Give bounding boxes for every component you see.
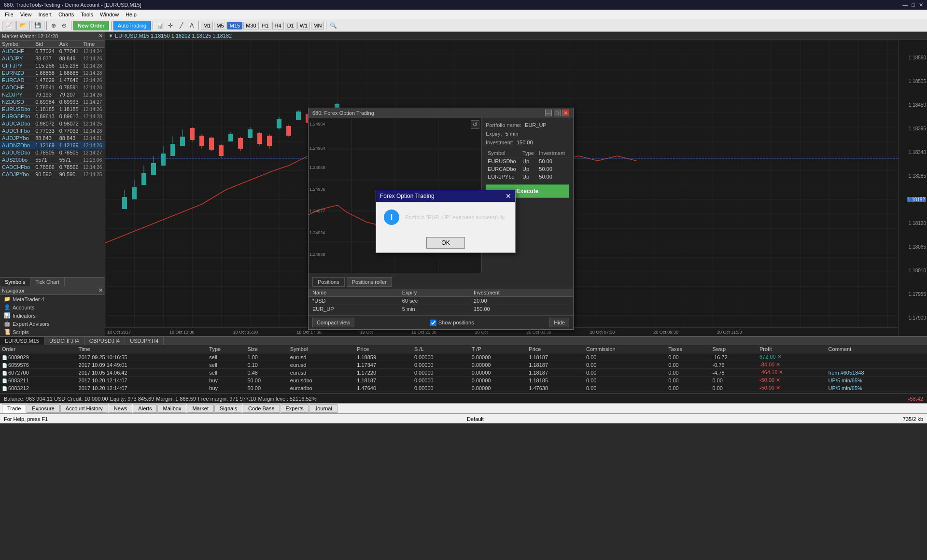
new-chart-btn[interactable]: 📈: [2, 21, 15, 30]
market-watch-row[interactable]: AUDJPYbo 88.843 88.843 12:14:21: [0, 135, 105, 142]
market-watch-row[interactable]: CHFJPY 115.256 115.298 12:14:28: [0, 62, 105, 70]
market-watch-row[interactable]: EURNZD 1.68858 1.68888 12:14:28: [0, 70, 105, 77]
order-row[interactable]: 📄6059576 2017.10.09 14:49:01 sell 0.10 e…: [0, 361, 927, 369]
forex-minimize-btn[interactable]: —: [545, 110, 552, 116]
orders-scroll[interactable]: Order Time Type Size Symbol Price S /L T…: [0, 345, 927, 393]
zoom-in-btn[interactable]: ⊕: [49, 21, 58, 30]
terminal-tab-codebase[interactable]: Code Base: [243, 404, 280, 413]
menu-file[interactable]: File: [2, 11, 16, 18]
close-btn[interactable]: ✕: [919, 2, 923, 8]
market-watch-row[interactable]: EURGBPbo 0.89613 0.89613 12:14:28: [0, 113, 105, 120]
order-type: buy: [207, 384, 245, 392]
terminal-tab-mailbox[interactable]: Mailbox: [157, 404, 186, 413]
order-row[interactable]: 📄6083212 2017.10.20 12:14:07 buy 50.00 e…: [0, 384, 927, 392]
tf-w1[interactable]: W1: [297, 22, 310, 29]
chart-tab-usdjpy[interactable]: USDJPY,H4: [125, 337, 164, 345]
indicator-btn[interactable]: 📊: [155, 21, 165, 30]
terminal-tab-exposure[interactable]: Exposure: [27, 404, 59, 413]
alert-close-btn[interactable]: ✕: [506, 192, 511, 200]
order-row[interactable]: 📄6009029 2017.09.25 10:16:55 sell 1.00 e…: [0, 353, 927, 361]
mw-bid: 0.77024: [33, 48, 57, 55]
chart-tab-eurusd[interactable]: EURUSD,M15: [0, 337, 44, 345]
col-time: Time: [81, 41, 105, 48]
hide-btn[interactable]: Hide: [549, 318, 569, 327]
tf-m15[interactable]: M15: [227, 22, 242, 29]
menu-insert[interactable]: Insert: [35, 11, 55, 18]
portfolio-label: Portfolio name:: [486, 122, 521, 128]
menu-charts[interactable]: Charts: [56, 11, 77, 18]
market-watch-row[interactable]: AUDNZDbo 1.12169 1.12169 12:14:26: [0, 142, 105, 149]
tab-tick-chart[interactable]: Tick Chart: [30, 278, 65, 286]
order-row[interactable]: 📄6083211 2017.10.20 12:14:07 buy 50.00 e…: [0, 377, 927, 384]
equity-text: Equity: 973 845.69: [110, 396, 154, 402]
alert-ok-btn[interactable]: OK: [426, 237, 464, 249]
menu-help[interactable]: Help: [123, 11, 140, 18]
search-btn[interactable]: 🔍: [328, 21, 338, 30]
market-watch-row[interactable]: AUDUSDbo 0.78505 0.78505 12:14:27: [0, 149, 105, 156]
window-controls[interactable]: — □ ✕: [902, 2, 923, 8]
auto-trading-btn[interactable]: AutoTrading: [113, 21, 151, 30]
terminal-tab-journal[interactable]: Journal: [309, 404, 337, 413]
navigator-item[interactable]: 📜Scripts: [0, 328, 105, 336]
terminal-tab-market[interactable]: Market: [187, 404, 214, 413]
terminal-tab-experts[interactable]: Experts: [281, 404, 309, 413]
minimize-btn[interactable]: —: [902, 2, 908, 8]
tf-m5[interactable]: M5: [214, 22, 226, 29]
tf-d1[interactable]: D1: [285, 22, 296, 29]
market-watch-scroll[interactable]: Symbol Bid Ask Time AUDCHF 0.77024 0.770…: [0, 41, 105, 277]
terminal-tab-alerts[interactable]: Alerts: [133, 404, 157, 413]
maximize-btn[interactable]: □: [912, 2, 915, 8]
navigator-item[interactable]: 🤖Expert Advisors: [0, 320, 105, 328]
tf-m1[interactable]: M1: [201, 22, 213, 29]
chart-tab-usdchf[interactable]: USDCHF,H4: [44, 337, 84, 345]
market-watch-close[interactable]: ✕: [98, 33, 103, 39]
terminal-tab-signals[interactable]: Signals: [214, 404, 242, 413]
market-watch-row[interactable]: NZDJPY 79.193 79.207 12:14:26: [0, 91, 105, 98]
positions-roller-tab[interactable]: Positions roller: [347, 277, 392, 287]
navigator-item[interactable]: 📁MetaTrader 4: [0, 295, 105, 303]
tf-m30[interactable]: M30: [243, 22, 258, 29]
tab-symbols[interactable]: Symbols: [0, 278, 30, 286]
market-watch-row[interactable]: AUDCHFbo 0.77033 0.77033 12:14:28: [0, 127, 105, 135]
tf-h4[interactable]: H4: [272, 22, 284, 29]
menu-window[interactable]: Window: [97, 11, 122, 18]
line-btn[interactable]: ╱: [176, 21, 186, 30]
save-btn[interactable]: 💾: [31, 21, 44, 30]
market-watch-row[interactable]: CADCHF 0.78541 0.78591 12:14:28: [0, 84, 105, 91]
positions-tab[interactable]: Positions: [312, 277, 345, 287]
navigator-item[interactable]: 👤Accounts: [0, 303, 105, 311]
forex-restore-btn[interactable]: □: [554, 110, 561, 116]
market-watch-row[interactable]: AUDCHF 0.77024 0.77041 12:14:24: [0, 48, 105, 55]
forex-close-btn[interactable]: ✕: [562, 110, 569, 116]
nav-label: Scripts: [13, 329, 29, 335]
market-watch-row[interactable]: AUDJPY 88.837 88.849 12:14:26: [0, 55, 105, 62]
crosshair-btn[interactable]: ✛: [166, 21, 175, 30]
market-watch-row[interactable]: CADCHFbo 0.78566 0.78566 12:14:26: [0, 164, 105, 171]
zoom-out-btn[interactable]: ⊖: [59, 21, 69, 30]
navigator-item[interactable]: 📊Indicators: [0, 311, 105, 320]
terminal-tab-trade[interactable]: Trade: [2, 404, 26, 413]
market-watch-row[interactable]: AUS200bo 5571 5571 11:23:06: [0, 156, 105, 164]
new-order-btn[interactable]: New Order: [73, 21, 109, 30]
market-watch-row[interactable]: CADJPYbo 90.590 90.590 12:14:25: [0, 171, 105, 178]
tf-mn[interactable]: MN: [311, 22, 324, 29]
terminal-tab-news[interactable]: News: [109, 404, 133, 413]
menu-view[interactable]: View: [17, 11, 35, 18]
tf-h1[interactable]: H1: [260, 22, 271, 29]
market-watch-row[interactable]: EURCAD 1.47629 1.47646 12:14:26: [0, 77, 105, 84]
chart-tab-gbpusd[interactable]: GBPUSD,H4: [84, 337, 126, 345]
menu-tools[interactable]: Tools: [78, 11, 96, 18]
market-watch-row[interactable]: NZDUSD 0.69984 0.69993 12:14:27: [0, 98, 105, 106]
chart-tab-bar: EURUSD,M15 USDCHF,H4 GBPUSD,H4 USDJPY,H4: [0, 337, 927, 345]
terminal-tab-account-history[interactable]: Account History: [60, 404, 108, 413]
refresh-icon[interactable]: ↺: [471, 120, 479, 129]
market-watch-row[interactable]: AUDCADbo 0.98072 0.98072 12:14:25: [0, 120, 105, 127]
forex-window-controls[interactable]: — □ ✕: [545, 110, 569, 116]
navigator-close[interactable]: ✕: [98, 287, 103, 294]
market-watch-row[interactable]: EURUSDbo 1.18185 1.18185 12:14:26: [0, 106, 105, 113]
order-row[interactable]: 📄6072700 2017.10.05 14:06:42 sell 0.48 e…: [0, 369, 927, 377]
text-btn[interactable]: A: [187, 21, 197, 30]
show-positions-checkbox[interactable]: [430, 320, 436, 326]
compact-view-btn[interactable]: Compact view: [312, 318, 354, 327]
open-btn[interactable]: 📂: [16, 21, 30, 30]
